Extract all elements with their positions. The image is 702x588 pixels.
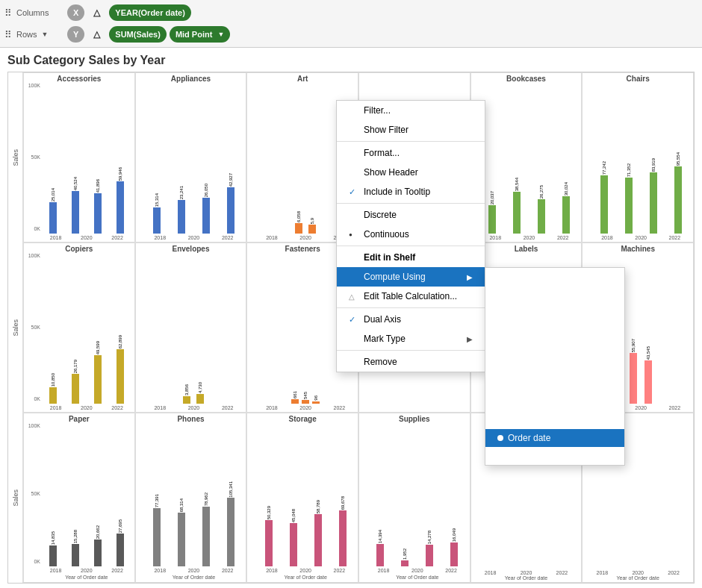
submenu-table-across-then-down[interactable]: Table (across then down) bbox=[485, 304, 624, 322]
bars-accessories: 25,014 40,524 41,896 bbox=[40, 83, 133, 235]
rows-row: ⠿ Rows ▼ Y △ SUM(Sales) Mid Point ▼ bbox=[4, 25, 698, 44]
cell-phones: Phones 77,391 68,314 bbox=[135, 413, 247, 583]
menu-mark-type-label: Mark Type bbox=[364, 334, 406, 344]
columns-row: ⠿ Columns X △ YEAR(Order date) bbox=[4, 3, 698, 22]
cell-appliances: Appliances 15,314 23,241 bbox=[135, 72, 247, 243]
grid-icon-columns: ⠿ bbox=[4, 7, 12, 19]
bar-accessories-2: 40,524 bbox=[72, 177, 79, 234]
compute-using-arrow-icon: ▶ bbox=[467, 273, 473, 281]
submenu-table-down-label: Table (down) bbox=[512, 290, 564, 300]
cell-art-title: Art bbox=[249, 75, 356, 83]
rows-delta: △ bbox=[87, 26, 106, 43]
menu-continuous[interactable]: ● Continuous bbox=[337, 225, 485, 244]
menu-edit-table-calc-label: Edit Table Calculation... bbox=[364, 291, 457, 301]
cell-phones-title: Phones bbox=[137, 415, 245, 423]
submenu-table-across-down-label: Table (across then down) bbox=[512, 307, 612, 318]
submenu-pane-across-label: Pane (across) bbox=[512, 343, 568, 354]
submenu-table-down[interactable]: Table (down) bbox=[485, 286, 624, 304]
y-axis-label-row1: Sales bbox=[8, 72, 23, 243]
bar-accessories-3: 41,896 bbox=[94, 179, 102, 234]
menu-continuous-label: Continuous bbox=[364, 229, 409, 240]
columns-label: ⠿ Columns bbox=[4, 7, 64, 19]
submenu-pane-down[interactable]: Pane (down) bbox=[485, 357, 624, 375]
submenu-sub-category[interactable]: Sub-Category bbox=[485, 447, 624, 465]
separator-1 bbox=[337, 141, 485, 142]
submenu-cell[interactable]: Cell bbox=[485, 411, 624, 429]
columns-pill-year[interactable]: YEAR(Order date) bbox=[109, 4, 191, 21]
menu-discrete[interactable]: Discrete bbox=[337, 205, 485, 225]
cell-appliances-title: Appliances bbox=[137, 75, 245, 83]
submenu-table-down-then-across[interactable]: Table (down then across) bbox=[485, 322, 624, 340]
menu-edit-shelf[interactable]: Edit in Shelf bbox=[337, 248, 485, 267]
menu-show-header[interactable]: Show Header bbox=[337, 163, 485, 182]
cell-envelopes: Envelopes 3,856 4,730 bbox=[135, 243, 247, 413]
cell-accessories: Accessories 100K 50K 0K 25,014 bbox=[23, 72, 135, 243]
cell-supplies: Supplies 14,394 1,952 bbox=[358, 413, 470, 583]
menu-compute-using[interactable]: Compute Using ▶ Table (across) Table (do… bbox=[337, 267, 485, 287]
context-menu: Filter... Show Filter Format... Show Hea… bbox=[336, 100, 485, 372]
rows-pill-sumsales[interactable]: SUM(Sales) bbox=[109, 26, 167, 43]
menu-dual-axis[interactable]: ✓ Dual Axis bbox=[337, 310, 485, 329]
cell-accessories-title: Accessories bbox=[25, 75, 133, 83]
active-dot-icon bbox=[497, 435, 503, 441]
menu-include-tooltip[interactable]: ✓ Include in Tooltip bbox=[337, 182, 485, 201]
bars-chairs: 77,242 71,352 83,919 bbox=[590, 83, 692, 235]
menu-remove-label: Remove bbox=[364, 357, 397, 367]
cell-storage: Storage 50,329 45,048 bbox=[246, 413, 358, 583]
columns-text: Columns bbox=[16, 8, 49, 17]
bars-envelopes: 3,856 4,730 bbox=[143, 253, 245, 405]
grid-icon-rows: ⠿ bbox=[4, 29, 12, 40]
rows-pill-y[interactable]: Y bbox=[67, 26, 84, 43]
mark-type-arrow-icon: ▶ bbox=[467, 335, 473, 343]
submenu-table-across[interactable]: Table (across) bbox=[485, 268, 624, 286]
bar-accessories-4: 59,946 bbox=[117, 167, 124, 234]
continuous-check-icon: ● bbox=[349, 231, 359, 238]
menu-show-filter[interactable]: Show Filter bbox=[337, 120, 485, 140]
menu-discrete-label: Discrete bbox=[364, 210, 397, 220]
main-content: Sub Category Sales by Year Sales Sales S… bbox=[0, 48, 702, 588]
menu-compute-using-label: Compute Using bbox=[364, 272, 426, 282]
menu-filter[interactable]: Filter... bbox=[337, 101, 485, 120]
menu-edit-shelf-label: Edit in Shelf bbox=[364, 252, 415, 263]
menu-mark-type[interactable]: Mark Type ▶ bbox=[337, 329, 485, 348]
submenu-table-down-across-label: Table (down then across) bbox=[512, 325, 612, 336]
separator-2 bbox=[337, 203, 485, 204]
app-container: ⠿ Columns X △ YEAR(Order date) ⠿ Rows ▼ … bbox=[0, 0, 702, 588]
submenu-pane-down-then-across[interactable]: Pane (down then across) bbox=[485, 393, 624, 411]
menu-remove[interactable]: Remove bbox=[337, 352, 485, 372]
menu-include-tooltip-label: Include in Tooltip bbox=[364, 187, 430, 197]
submenu-pane-across-down-label: Pane (across then down) bbox=[512, 379, 612, 390]
bars-phones: 77,391 68,314 78,962 bbox=[143, 423, 245, 568]
cell-paper: Paper 100K50K0K 14,835 15,288 bbox=[23, 413, 135, 583]
cell-labels-title: Labels bbox=[473, 245, 580, 253]
rows-dropdown-arrow[interactable]: ▼ bbox=[42, 31, 49, 38]
columns-pill-x[interactable]: X bbox=[67, 4, 84, 21]
menu-dual-axis-label: Dual Axis bbox=[364, 314, 401, 325]
menu-show-header-label: Show Header bbox=[364, 167, 418, 178]
menu-format[interactable]: Format... bbox=[337, 143, 485, 163]
cell-chairs-title: Chairs bbox=[584, 75, 692, 83]
cell-paper-title: Paper bbox=[25, 415, 133, 423]
cell-storage-title: Storage bbox=[249, 415, 356, 423]
cell-copiers: Copiers 100K50K0K 10,850 26,179 bbox=[23, 243, 135, 413]
pill-midpoint-label: Mid Point bbox=[176, 30, 213, 39]
submenu-pane-across[interactable]: Pane (across) bbox=[485, 340, 624, 357]
separator-4 bbox=[337, 307, 485, 308]
cell-bookcases: Bookcases 20,037 38,544 bbox=[470, 72, 583, 243]
cell-supplies-title: Supplies bbox=[361, 415, 468, 423]
dual-axis-check-icon: ✓ bbox=[349, 315, 359, 325]
delta-icon: △ bbox=[349, 293, 359, 301]
bars-bookcases: 20,037 38,544 26,275 bbox=[479, 83, 580, 235]
bars-storage: 50,329 45,048 58,789 bbox=[255, 423, 356, 568]
submenu-table-across-label: Table (across) bbox=[512, 272, 568, 282]
submenu-order-date[interactable]: Order date bbox=[485, 429, 624, 447]
submenu-pane-across-then-down[interactable]: Pane (across then down) bbox=[485, 375, 624, 393]
menu-filter-label: Filter... bbox=[364, 105, 391, 116]
y-axis-label-row3: Sales bbox=[8, 413, 23, 583]
cell-chairs: Chairs 77,242 71,352 bbox=[582, 72, 694, 243]
menu-edit-table-calc[interactable]: △ Edit Table Calculation... bbox=[337, 287, 485, 306]
rows-pill-midpoint[interactable]: Mid Point ▼ bbox=[170, 26, 230, 43]
y-axis-label-row2: Sales bbox=[8, 243, 23, 413]
sales-label-3: Sales bbox=[12, 490, 19, 507]
tooltip-check-icon: ✓ bbox=[349, 187, 359, 197]
